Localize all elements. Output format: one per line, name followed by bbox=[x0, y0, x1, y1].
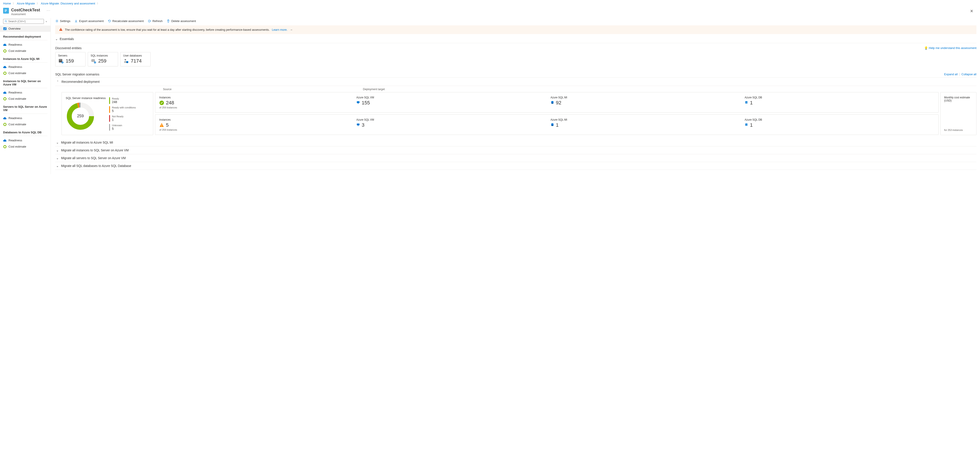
target-value: 92 bbox=[556, 100, 561, 106]
search-input[interactable] bbox=[8, 20, 42, 23]
chevron-right-icon: 〉 bbox=[37, 2, 39, 5]
collapse-all-link[interactable]: Collapse all bbox=[961, 73, 977, 76]
breadcrumb-discovery[interactable]: Azure Migrate: Discovery and assessment bbox=[41, 2, 95, 5]
scenario-recommended-deployment[interactable]: ⌃ Recommended deployment bbox=[55, 78, 977, 86]
sidebar-item-label: Cost estimate bbox=[8, 123, 26, 126]
sidebar-item-readiness[interactable]: Readiness bbox=[0, 89, 51, 96]
warning-learn-more-link[interactable]: Learn more. bbox=[272, 28, 288, 32]
instances-label: Instances bbox=[159, 96, 352, 99]
expand-all-link[interactable]: Expand all bbox=[944, 73, 958, 76]
sidebar-section-title: Databases to Azure SQL DB bbox=[0, 128, 51, 135]
entity-icon: SQL bbox=[91, 58, 97, 64]
sidebar-item-label: Cost estimate bbox=[8, 71, 26, 75]
sidebar-item-readiness[interactable]: Readiness bbox=[0, 42, 51, 48]
collapse-sidebar-button[interactable]: « bbox=[45, 20, 48, 23]
target-value: 155 bbox=[362, 100, 370, 106]
target-value: 1 bbox=[750, 100, 752, 106]
scenario-row[interactable]: ⌄ Migrate all SQL databases to Azure SQL… bbox=[55, 162, 977, 170]
sidebar-item-label: Cost estimate bbox=[8, 145, 26, 148]
more-menu-button[interactable]: ··· bbox=[47, 8, 51, 12]
sidebar-item-cost-estimate[interactable]: Cost estimate bbox=[0, 96, 51, 102]
cost-estimate-card: Monthly cost estimate (USD) for 253 inst… bbox=[940, 92, 977, 135]
scenario-label: Recommended deployment bbox=[62, 80, 100, 84]
target-block: Azure SQL DB DB 1 bbox=[745, 118, 934, 131]
sidebar-item-label: Readiness bbox=[8, 43, 22, 46]
sidebar-item-readiness[interactable]: Readiness bbox=[0, 64, 51, 70]
sidebar-item-label: Readiness bbox=[8, 116, 22, 120]
cost-sub: for 253 instances bbox=[944, 129, 973, 132]
legend-value: 1 bbox=[112, 118, 123, 122]
sidebar-item-readiness[interactable]: Readiness bbox=[0, 115, 51, 121]
target-column-label: Deployment target bbox=[355, 88, 939, 91]
legend-value: 5 bbox=[112, 127, 122, 131]
scenarios-title: SQL Server migration scenarios bbox=[55, 73, 99, 76]
divider bbox=[3, 62, 48, 63]
assessment-icon bbox=[3, 8, 9, 14]
help-link[interactable]: 💡 Help me understand this assessment bbox=[924, 46, 977, 50]
refresh-button[interactable]: Refresh bbox=[148, 19, 162, 23]
sidebar-item-label: Overview bbox=[8, 27, 21, 30]
settings-button[interactable]: Settings bbox=[55, 19, 70, 23]
recalculate-button[interactable]: Recalculate assessment bbox=[108, 19, 144, 23]
export-label: Export assessment bbox=[79, 19, 104, 23]
entity-card[interactable]: Servers 159 bbox=[55, 52, 86, 67]
search-box[interactable] bbox=[3, 19, 44, 24]
close-button[interactable]: ✕ bbox=[968, 8, 975, 14]
target-label: Azure SQL MI bbox=[550, 96, 740, 99]
refresh-icon bbox=[148, 19, 151, 23]
breadcrumb: Home 〉 Azure Migrate 〉 Azure Migrate: Di… bbox=[0, 0, 980, 8]
chevron-right-icon: 〉 bbox=[13, 2, 15, 5]
readiness-legend: Ready 248 Ready with conditions 5 Not Re… bbox=[109, 97, 136, 131]
export-button[interactable]: Export assessment bbox=[75, 19, 104, 23]
warning-banner: The confidence rating of the assessment … bbox=[55, 25, 977, 34]
entity-value: 159 bbox=[66, 58, 74, 64]
svg-rect-0 bbox=[5, 10, 7, 10]
entity-card[interactable]: User databases 7174 bbox=[120, 52, 151, 67]
sidebar-item-cost-estimate[interactable]: Cost estimate bbox=[0, 121, 51, 128]
target-icon bbox=[550, 123, 554, 127]
source-column-label: Source bbox=[155, 88, 355, 91]
divider bbox=[3, 136, 48, 136]
svg-text:SQL: SQL bbox=[92, 60, 94, 62]
essentials-toggle[interactable]: ⌄ Essentials bbox=[55, 35, 977, 43]
sidebar-item-readiness[interactable]: Readiness bbox=[0, 137, 51, 144]
scenario-row[interactable]: ⌄ Migrate all instances to SQL Server on… bbox=[55, 146, 977, 154]
svg-rect-25 bbox=[358, 103, 359, 104]
legend-label: Not Ready bbox=[112, 115, 123, 118]
svg-rect-2 bbox=[5, 11, 6, 12]
scenario-row[interactable]: ⌄ Migrate all servers to SQL Server on A… bbox=[55, 154, 977, 162]
sidebar-item-label: Cost estimate bbox=[8, 97, 26, 100]
breadcrumb-home[interactable]: Home bbox=[3, 2, 11, 5]
legend-color-bar bbox=[109, 115, 110, 122]
entity-icon bbox=[58, 58, 64, 64]
essentials-label: Essentials bbox=[60, 37, 74, 41]
separator bbox=[959, 73, 960, 76]
svg-point-5 bbox=[56, 21, 57, 22]
delete-button[interactable]: Delete assessment bbox=[167, 19, 196, 23]
sidebar-item-cost-estimate[interactable]: Cost estimate bbox=[0, 144, 51, 150]
sidebar-item-overview[interactable]: Overview bbox=[0, 25, 51, 32]
target-label: Azure SQL MI bbox=[550, 118, 740, 121]
svg-rect-34 bbox=[358, 125, 359, 126]
breadcrumb-azure-migrate[interactable]: Azure Migrate bbox=[17, 2, 35, 5]
sidebar-item-cost-estimate[interactable]: Cost estimate bbox=[0, 70, 51, 76]
download-icon bbox=[75, 19, 78, 23]
chevron-down-icon: ⌄ bbox=[55, 37, 58, 41]
warning-text: The confidence rating of the assessment … bbox=[65, 28, 270, 32]
entity-card[interactable]: SQL instances SQL 259 bbox=[88, 52, 118, 67]
sidebar-item-cost-estimate[interactable]: Cost estimate bbox=[0, 48, 51, 54]
scenario-list: ⌄ Migrate all instances to Azure SQL MI⌄… bbox=[55, 139, 977, 170]
svg-rect-32 bbox=[161, 126, 162, 127]
toolbar: Settings Export assessment Recalculate a… bbox=[55, 18, 977, 25]
chevron-down-icon: ⌄ bbox=[56, 156, 59, 160]
refresh-label: Refresh bbox=[152, 19, 162, 23]
svg-rect-6 bbox=[60, 29, 61, 30]
target-label: Azure SQL DB bbox=[745, 118, 934, 121]
target-block: Azure SQL DB DB 1 bbox=[745, 96, 934, 109]
legend-label: Ready bbox=[112, 97, 119, 100]
scenario-row[interactable]: ⌄ Migrate all instances to Azure SQL MI bbox=[55, 139, 977, 146]
overview-icon bbox=[3, 27, 7, 30]
svg-rect-33 bbox=[357, 124, 360, 125]
legend-color-bar bbox=[109, 124, 110, 131]
sidebar-section-title: Instances to Azure SQL MI bbox=[0, 54, 51, 62]
